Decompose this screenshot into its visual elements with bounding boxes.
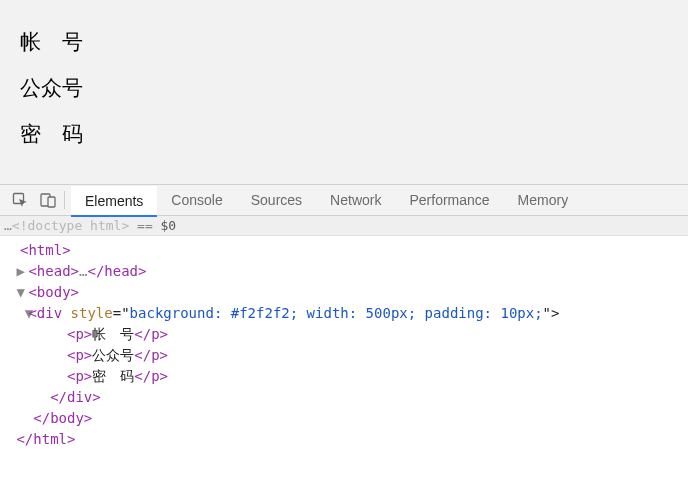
svg-rect-2 [48,197,55,207]
tab-performance[interactable]: Performance [395,184,503,216]
breadcrumb-eq: == [129,218,160,233]
dom-body-open[interactable]: ▼ <body> [8,282,688,303]
dom-div-open[interactable]: ▼ <div style="background: #f2f2f2; width… [8,303,688,324]
tab-network[interactable]: Network [316,184,395,216]
dom-breadcrumb: …<!doctype html> == $0 [0,216,688,236]
tab-console[interactable]: Console [157,184,236,216]
tab-elements[interactable]: Elements [71,186,157,217]
breadcrumb-sel: $0 [161,218,177,233]
preview-p1: 帐 号 [20,28,668,56]
breadcrumb-ellipsis: … [4,218,12,233]
preview-p3: 密 码 [20,120,668,148]
dom-html-close[interactable]: </html> [8,429,688,450]
dom-p3[interactable]: <p>密 码</p> [8,366,688,387]
device-toggle-icon[interactable] [34,186,62,214]
tab-sources[interactable]: Sources [237,184,316,216]
dom-tree[interactable]: <html> ▶ <head>…</head> ▼ <body> ▼ <div … [0,236,688,450]
separator [64,191,65,209]
breadcrumb-doctype: <!doctype html> [12,218,129,233]
preview-p2: 公众号 [20,74,668,102]
dom-head[interactable]: ▶ <head>…</head> [8,261,688,282]
tab-memory[interactable]: Memory [504,184,583,216]
dom-p2[interactable]: <p>公众号</p> [8,345,688,366]
dom-div-close[interactable]: </div> [8,387,688,408]
dom-html-open[interactable]: <html> [8,240,688,261]
devtools-tab-bar: Elements Console Sources Network Perform… [0,184,688,216]
dom-body-close[interactable]: </body> [8,408,688,429]
inspect-icon[interactable] [6,186,34,214]
page-preview: 帐 号 公众号 密 码 [0,0,688,184]
dom-p1[interactable]: <p>帐 号</p> [8,324,688,345]
